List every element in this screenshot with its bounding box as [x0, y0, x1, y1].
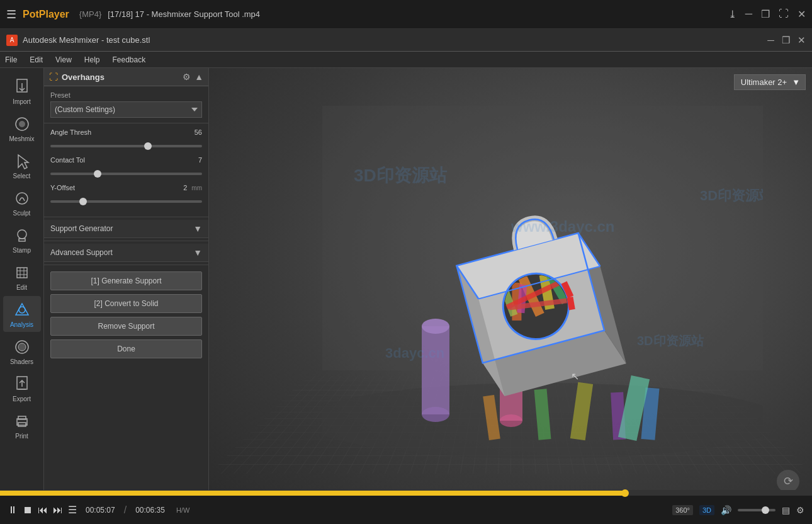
- tool-edit[interactable]: Edit: [3, 259, 41, 295]
- printer-dropdown-arrow: ▼: [792, 77, 800, 87]
- angle-thresh-value: 56: [195, 128, 202, 136]
- contact-tol-row: Contact Tol 7: [50, 156, 202, 178]
- button-section: [1] Generate Support [2] Convert to Soli…: [44, 268, 208, 362]
- viewport[interactable]: Ultimaker 2+ ▼: [209, 68, 812, 524]
- support-generator-row[interactable]: Support Generator ▼: [44, 220, 208, 238]
- mm-titlebar: A Autodesk Meshmixer - test cube.stl ─ ❒…: [0, 29, 812, 52]
- tool-import-label: Import: [13, 98, 30, 105]
- tool-shaders-label: Shaders: [10, 358, 33, 365]
- angle-thresh-header: Angle Thresh 56: [50, 128, 202, 136]
- player-controls: ⏸ ⏹ ⏮ ⏭ ☰ 00:05:07 / 00:06:35 H/W 360° 3…: [0, 496, 812, 524]
- tool-sculpt-label: Sculpt: [13, 210, 31, 217]
- tool-stamp[interactable]: Stamp: [3, 222, 41, 258]
- preset-row: Preset (Custom Settings): [44, 86, 208, 120]
- y-offset-header: Y-Offset 2 mm: [50, 184, 202, 191]
- panel-settings-icon[interactable]: ⚙: [183, 72, 191, 82]
- volume-icon[interactable]: 🔊: [721, 505, 731, 515]
- next-button[interactable]: ⏭: [53, 504, 63, 516]
- menu-file[interactable]: File: [5, 55, 17, 64]
- tool-print-label: Print: [15, 433, 28, 440]
- tool-analysis[interactable]: Analysis: [3, 296, 41, 332]
- tool-import[interactable]: Import: [3, 73, 41, 109]
- generate-support-button[interactable]: [1] Generate Support: [50, 271, 202, 290]
- tool-export-label: Export: [13, 396, 31, 402]
- restore-icon[interactable]: ❒: [761, 8, 770, 20]
- close-icon[interactable]: ✕: [798, 8, 806, 20]
- player-right-controls: 360° 3D 🔊 ▤ ⚙: [672, 505, 804, 515]
- panel-collapse-icon[interactable]: ▲: [195, 72, 203, 82]
- svg-text:3D印资源站: 3D印资源站: [354, 166, 448, 185]
- stop-button[interactable]: ⏹: [23, 504, 33, 516]
- angle-thresh-row: Angle Thresh 56: [50, 128, 202, 150]
- minimize-icon[interactable]: ─: [745, 8, 752, 20]
- printer-selector[interactable]: Ultimaker 2+ ▼: [734, 74, 806, 90]
- printer-name: Ultimaker 2+: [741, 77, 787, 87]
- tool-select[interactable]: Select: [3, 147, 41, 183]
- mm-minimize-icon[interactable]: ─: [767, 35, 774, 46]
- progress-bar[interactable]: [0, 491, 812, 496]
- preset-select[interactable]: (Custom Settings): [50, 101, 202, 118]
- advanced-support-arrow: ▼: [193, 248, 202, 258]
- mm-menubar: File Edit View Help Feedback: [0, 52, 812, 68]
- print-icon: [12, 411, 32, 431]
- stamp-icon: [12, 225, 32, 246]
- viewport-nav-button[interactable]: ⟳: [777, 470, 799, 493]
- tool-export[interactable]: Export: [3, 370, 41, 406]
- playlist-button[interactable]: ☰: [68, 504, 77, 516]
- tool-meshmix[interactable]: Meshmix: [3, 110, 41, 146]
- menu-edit[interactable]: Edit: [30, 55, 43, 64]
- support-generator-arrow: ▼: [193, 224, 202, 234]
- mm-close-icon[interactable]: ✕: [798, 35, 806, 46]
- progress-fill: [0, 491, 625, 496]
- y-offset-slider[interactable]: [50, 200, 202, 203]
- remove-support-button[interactable]: Remove Support: [50, 317, 202, 336]
- menu-view[interactable]: View: [55, 55, 72, 64]
- settings-icon[interactable]: ⚙: [796, 505, 804, 515]
- subtitle-icon[interactable]: ▤: [782, 505, 790, 515]
- window-controls: ⤓ ─ ❒ ⛶ ✕: [728, 8, 806, 20]
- mm-title: Autodesk Meshmixer - test cube.stl: [23, 35, 767, 45]
- tool-meshmix-label: Meshmix: [9, 135, 34, 142]
- done-button[interactable]: Done: [50, 339, 202, 358]
- nav-icon: ⟳: [784, 474, 793, 488]
- meshmix-icon: [12, 114, 32, 134]
- volume-slider[interactable]: [738, 509, 775, 511]
- download-icon[interactable]: ⤓: [728, 8, 736, 20]
- tool-sculpt[interactable]: Sculpt: [3, 185, 41, 220]
- tool-print[interactable]: Print: [3, 407, 41, 443]
- menu-help[interactable]: Help: [84, 55, 100, 64]
- contact-tol-slider[interactable]: [50, 173, 202, 175]
- y-offset-label: Y-Offset: [50, 184, 75, 191]
- 3d-object: 3D印资源站 www.3dayc.cn 3D印资源站 3dayc.cn 3D印资…: [322, 106, 763, 484]
- badge-360: 360°: [672, 505, 693, 515]
- fullscreen-icon[interactable]: ⛶: [779, 8, 789, 20]
- time-current: 00:05:07: [86, 506, 115, 515]
- sculpt-icon: [12, 188, 32, 208]
- file-info: [17/18] 17 - Meshmixer Support Tool .mp4: [108, 9, 728, 19]
- play-pause-button[interactable]: ⏸: [8, 504, 18, 516]
- badge-3d: 3D: [699, 505, 714, 515]
- mm-restore-icon[interactable]: ❒: [782, 35, 790, 46]
- svg-point-16: [18, 343, 26, 351]
- tool-analysis-label: Analysis: [10, 321, 33, 328]
- convert-to-solid-button[interactable]: [2] Convert to Solid: [50, 294, 202, 313]
- svg-marker-4: [18, 155, 28, 169]
- mm-content: Import Meshmix Select: [0, 68, 812, 524]
- advanced-support-row[interactable]: Advanced Support ▼: [44, 244, 208, 262]
- angle-thresh-slider[interactable]: [50, 145, 202, 147]
- svg-point-6: [18, 230, 26, 239]
- svg-point-3: [19, 121, 25, 127]
- menu-icon[interactable]: ☰: [6, 8, 16, 21]
- svg-rect-7: [19, 239, 25, 241]
- time-total: 00:06:35: [135, 506, 165, 515]
- right-panel: ⛶ Overhangs ⚙ ▲ Preset (Custom Settings)…: [44, 68, 209, 524]
- potplayer-logo: PotPlayer: [23, 9, 69, 20]
- prev-button[interactable]: ⏮: [38, 504, 48, 516]
- tool-shaders[interactable]: Shaders: [3, 333, 41, 369]
- analysis-icon: [12, 300, 32, 320]
- svg-text:www.3dayc.cn: www.3dayc.cn: [510, 218, 615, 235]
- import-icon: [12, 77, 32, 97]
- progress-thumb[interactable]: [621, 489, 629, 497]
- svg-rect-22: [18, 423, 26, 426]
- menu-feedback[interactable]: Feedback: [113, 55, 146, 64]
